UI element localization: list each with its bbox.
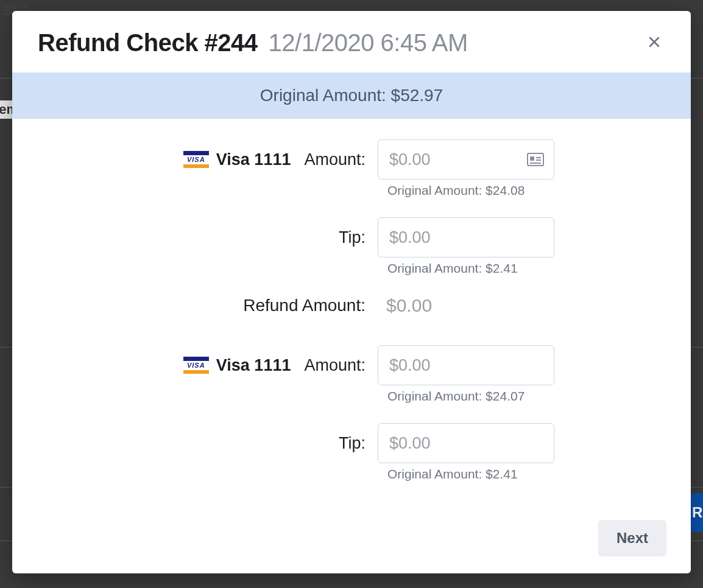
tip-original-text: Original Amount: $2.41 <box>378 467 554 481</box>
amount-helper: Original Amount: $24.07 <box>37 389 666 404</box>
amount-helper: Original Amount: $24.08 <box>37 183 666 198</box>
card-detail-icon[interactable] <box>527 152 544 167</box>
svg-rect-4 <box>536 157 541 158</box>
tip-input-wrapper <box>378 423 554 463</box>
modal-title-group: Refund Check #244 12/1/2020 6:45 AM <box>38 29 468 57</box>
original-amount-banner: Original Amount: $52.97 <box>12 72 691 119</box>
tip-row: Tip: <box>37 423 666 463</box>
tip-helper: Original Amount: $2.41 <box>37 261 666 276</box>
tip-original-text: Original Amount: $2.41 <box>378 261 554 276</box>
payment-row: VISA Visa 1111 Amount: <box>37 345 666 385</box>
visa-icon: VISA <box>183 357 209 374</box>
close-button[interactable] <box>643 32 665 54</box>
refund-amount-value: $0.00 <box>378 295 554 316</box>
amount-original-text: Original Amount: $24.08 <box>378 183 554 198</box>
card-badge: VISA Visa 1111 <box>183 150 291 169</box>
visa-icon: VISA <box>183 151 209 168</box>
svg-rect-6 <box>530 163 541 164</box>
svg-rect-5 <box>536 159 541 161</box>
card-badge: VISA Visa 1111 <box>183 356 291 375</box>
next-button[interactable]: Next <box>598 520 666 556</box>
card-label: Visa 1111 <box>216 356 291 375</box>
amount-input-wrapper <box>378 139 554 180</box>
payment-row: VISA Visa 1111 Amount: <box>37 139 666 180</box>
modal-header: Refund Check #244 12/1/2020 6:45 AM <box>12 11 691 72</box>
amount-label: Amount: <box>304 356 366 375</box>
card-label: Visa 1111 <box>216 150 291 169</box>
amount-input-wrapper <box>378 345 554 385</box>
refund-modal: Refund Check #244 12/1/2020 6:45 AM Orig… <box>12 11 691 573</box>
tip-input-wrapper <box>378 217 554 257</box>
modal-footer: Next <box>12 520 691 573</box>
svg-rect-3 <box>530 156 534 161</box>
tip-label: Tip: <box>339 434 366 453</box>
amount-original-text: Original Amount: $24.07 <box>378 389 554 404</box>
modal-title: Refund Check #244 <box>38 29 258 57</box>
background-refund-button[interactable]: R <box>691 493 703 532</box>
modal-body: VISA Visa 1111 Amount: <box>12 119 691 520</box>
tip-helper: Original Amount: $2.41 <box>37 467 666 481</box>
amount-input[interactable] <box>388 150 527 170</box>
close-icon <box>647 35 662 51</box>
refund-amount-label: Refund Amount: <box>37 296 366 315</box>
amount-input[interactable] <box>388 355 544 376</box>
modal-datetime: 12/1/2020 6:45 AM <box>269 29 468 57</box>
tip-label: Tip: <box>339 228 366 247</box>
refund-amount-row: Refund Amount: $0.00 <box>37 295 666 316</box>
tip-input[interactable] <box>388 433 544 453</box>
tip-row: Tip: <box>37 217 666 257</box>
amount-label: Amount: <box>304 150 366 169</box>
tip-input[interactable] <box>388 228 544 248</box>
